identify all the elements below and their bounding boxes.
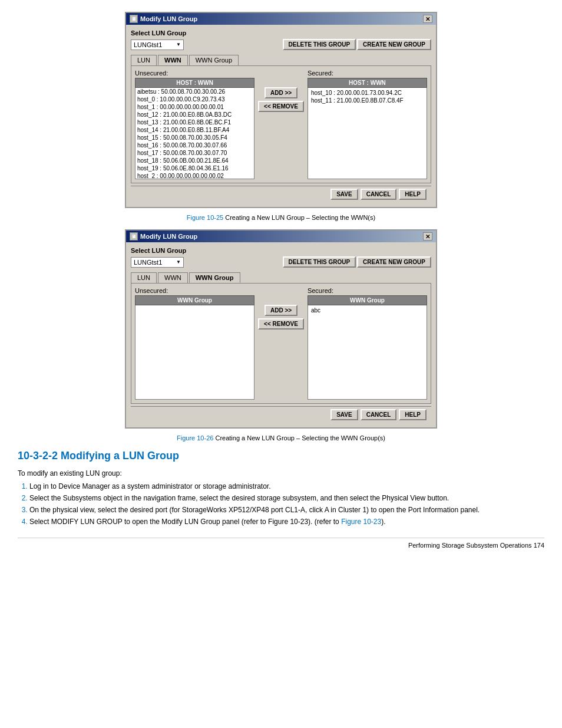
list-item[interactable]: host_15 : 50.00.08.70.00.30.05.F4 [135,134,254,141]
dialog1-tab-lun[interactable]: LUN [131,55,157,65]
dialog1-icon: 🖥 [130,15,138,23]
dialog1-unsecured-label: Unsecured: [135,70,254,77]
dialog2-titlebar: 🖥 Modify LUN Group ✕ [126,230,436,242]
dialog1-title: Modify LUN Group [140,15,197,22]
list-item[interactable]: host_10 : 20.00.00.01.73.00.94.2C [309,89,425,97]
dialog2-cancel-button[interactable]: CANCEL [361,409,397,420]
section-heading: 10-3-2-2 Modifying a LUN Group [18,450,544,462]
dialog2-unsecured-label: Unsecured: [135,287,254,294]
dialog2-secured-label: Secured: [308,287,427,294]
step-3: On the physical view, select the desired… [29,506,544,514]
dialog1-select-label: Select LUN Group [131,29,431,37]
dialog1-cancel-button[interactable]: CANCEL [361,189,397,200]
list-item[interactable]: aibetsu : 50.00.08.70.00.30.00.26 [135,88,254,95]
dialog1-help-button[interactable]: HELP [399,189,427,200]
dialog2: 🖥 Modify LUN Group ✕ Select LUN Group LU… [125,229,437,429]
list-item[interactable]: host_14 : 21.00.00.E0.8B.11.BF.A4 [135,126,254,134]
dialog2-unsecured-list[interactable] [135,305,254,400]
list-item[interactable]: host_11 : 21.00.00.E0.8B.07.C8.4F [309,97,425,104]
dialog2-add-button[interactable]: ADD >> [265,305,297,316]
dialog2-tab-wwn[interactable]: WWN [158,272,188,283]
step-2: Select the Subsystems object in the navi… [29,494,544,502]
step-4: Select MODIFY LUN GROUP to open the Modi… [29,518,544,526]
dialog1-unsecured-header: HOST : WWN [135,78,254,88]
dialog2-close-button[interactable]: ✕ [423,232,432,241]
dialog1-secured-list[interactable]: host_10 : 20.00.00.01.73.00.94.2Chost_11… [308,88,427,179]
list-item[interactable]: host_2 : 00.00.00.00.00.00.00.02 [135,172,254,179]
dialog2-create-group-button[interactable]: CREATE NEW GROUP [357,256,431,268]
dialog1-add-button[interactable]: ADD >> [265,87,297,98]
list-item[interactable]: host_17 : 50.00.08.70.00.30.07.70 [135,149,254,157]
dialog1: 🖥 Modify LUN Group ✕ Select LUN Group LU… [125,12,437,208]
figure25-ref: Figure 10-25 [187,214,223,221]
list-item[interactable]: host_16 : 50.00.08.70.00.30.07.66 [135,141,254,149]
dialog2-secured-list[interactable]: abc [308,305,427,400]
list-item[interactable]: host_1 : 00.00.00.00.00.00.00.01 [135,103,254,111]
list-item[interactable]: host_12 : 21.00.00.E0.8B.0A.B3.DC [135,111,254,118]
dialog2-tab-wwn-group[interactable]: WWN Group [189,272,240,283]
steps-list: Log in to Device Manager as a system adm… [29,482,544,526]
dialog2-icon: 🖥 [130,232,138,241]
dialog2-save-button[interactable]: SAVE [330,409,358,420]
step4-figure-ref[interactable]: Figure 10-23 [341,518,381,526]
dialog1-secured-label: Secured: [308,70,427,77]
figure26-caption: Figure 10-26 Creating a New LUN Group – … [18,434,544,442]
list-item[interactable]: host_19 : 50.06.0E.80.04.36.E1.16 [135,164,254,172]
list-item[interactable]: host_18 : 50.06.0B.00.00.21.8E.64 [135,157,254,164]
page-footer: Performing Storage Subsystem Operations … [18,538,544,549]
list-item[interactable]: host_13 : 21.00.00.E0.8B.0E.BC.F1 [135,118,254,126]
dialog1-delete-group-button[interactable]: DELETE THIS GROUP [283,39,356,50]
step-1: Log in to Device Manager as a system adm… [29,482,544,490]
dialog2-unsecured-header: WWN Group [135,295,254,305]
section-intro: To modify an existing LUN group: [18,469,544,477]
dialog1-close-button[interactable]: ✕ [423,15,432,23]
dialog1-unsecured-list[interactable]: aibetsu : 50.00.08.70.00.30.00.26host_0 … [135,88,254,179]
dialog2-select-label: Select LUN Group [131,247,431,254]
dialog2-secured-item[interactable]: abc [309,307,425,314]
dialog1-titlebar: 🖥 Modify LUN Group ✕ [126,13,436,25]
dialog1-tab-wwn-group[interactable]: WWN Group [189,55,239,65]
dialog2-remove-button[interactable]: << REMOVE [258,318,304,330]
dialog2-secured-header: WWN Group [308,295,427,305]
dialog1-remove-button[interactable]: << REMOVE [258,101,304,112]
dialog1-save-button[interactable]: SAVE [330,189,358,200]
figure25-caption: Figure 10-25 Creating a New LUN Group – … [18,214,544,221]
dialog2-lun-group-dropdown[interactable]: LUNGtst1 ▼ [131,257,184,268]
dialog1-create-group-button[interactable]: CREATE NEW GROUP [357,39,431,50]
dialog1-lun-group-dropdown[interactable]: LUNGtst1 ▼ [131,39,184,50]
dialog2-delete-group-button[interactable]: DELETE THIS GROUP [283,256,356,268]
dialog2-tab-lun[interactable]: LUN [131,272,157,283]
dialog2-help-button[interactable]: HELP [399,409,427,420]
list-item[interactable]: host_0 : 10.00.00.00.C9.20.73.43 [135,95,254,103]
dialog2-title: Modify LUN Group [140,233,197,240]
dialog1-secured-header: HOST : WWN [308,78,427,88]
figure26-ref: Figure 10-26 [177,434,213,442]
dialog1-tab-wwn[interactable]: WWN [158,55,188,65]
